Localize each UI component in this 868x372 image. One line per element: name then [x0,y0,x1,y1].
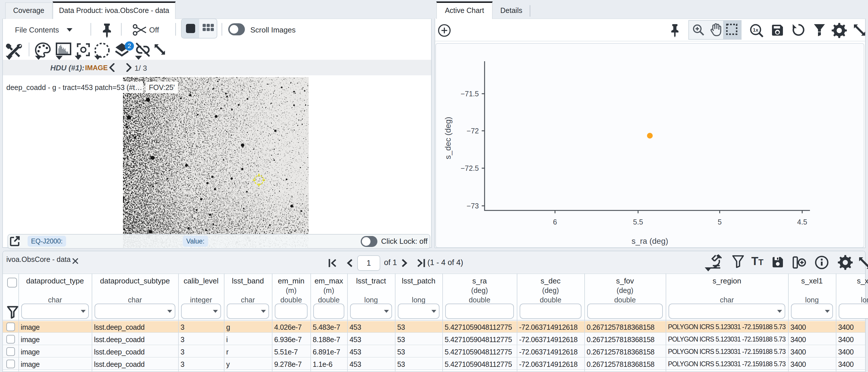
svg-text:−72: −72 [467,127,479,135]
svg-text:5: 5 [718,218,722,226]
svg-text:s_dec (deg): s_dec (deg) [443,117,453,159]
svg-text:5.5: 5.5 [633,218,643,226]
svg-text:−72.5: −72.5 [461,164,479,172]
svg-text:6: 6 [553,218,557,226]
svg-text:−71.5: −71.5 [461,90,479,98]
svg-text:4.5: 4.5 [797,218,807,226]
svg-text:s_ra (deg): s_ra (deg) [631,237,668,246]
svg-text:1x: 1x [753,27,758,33]
svg-text:−73: −73 [467,202,479,210]
